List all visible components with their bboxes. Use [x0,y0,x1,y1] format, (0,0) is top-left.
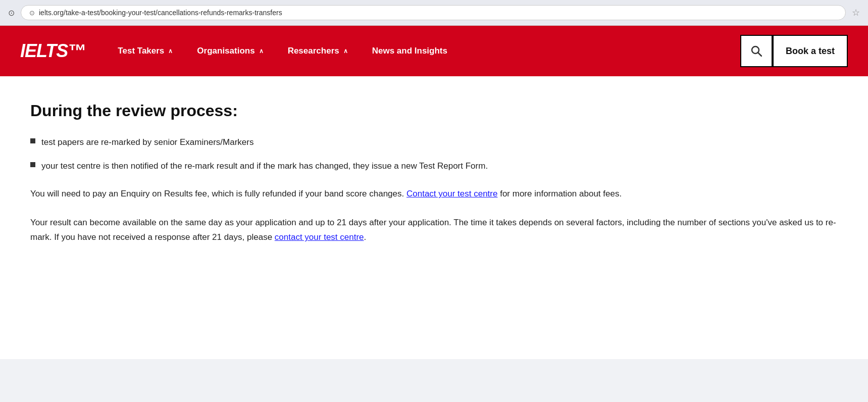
chevron-down-icon: ∧ [259,47,264,55]
bookmark-icon[interactable]: ☆ [852,7,860,18]
chevron-down-icon: ∧ [168,47,173,55]
search-icon [751,45,762,57]
navbar: IELTS™ Test Takers ∧ Organisations ∧ Res… [0,26,868,76]
contact-test-centre-link-2[interactable]: contact your test centre [275,232,364,242]
nav-item-news-insights[interactable]: News and Insights [360,26,459,76]
nav-item-organisations[interactable]: Organisations ∧ [185,26,275,76]
paragraph-fees-before-link: You will need to pay an Enquiry on Resul… [30,189,406,198]
bullet-text-2: your test centre is then notified of the… [41,159,488,173]
bullet-text-1: test papers are re-marked by senior Exam… [41,135,253,149]
paragraph-result-before-link: Your result can become available on the … [30,218,836,242]
url-text: ielts.org/take-a-test/booking-your-test/… [39,9,282,17]
contact-test-centre-link-1[interactable]: Contact your test centre [406,189,497,198]
nav-items: Test Takers ∧ Organisations ∧ Researcher… [106,26,740,76]
browser-chrome: ⊙ ⊙ ielts.org/take-a-test/booking-your-t… [0,0,868,26]
nav-item-test-takers[interactable]: Test Takers ∧ [106,26,185,76]
section-heading: During the review process: [30,102,838,120]
nav-label-researchers: Researchers [288,46,339,56]
nav-item-researchers[interactable]: Researchers ∧ [276,26,360,76]
paragraph-result-after-link: . [364,232,367,242]
bullet-icon [30,162,35,167]
book-test-button[interactable]: Book a test [773,35,848,67]
ielts-logo[interactable]: IELTS™ [20,40,85,62]
nav-right: Book a test [740,35,848,67]
svg-line-1 [758,53,761,56]
main-content: During the review process: test papers a… [0,76,868,359]
bullet-list: test papers are re-marked by senior Exam… [30,135,838,173]
address-bar[interactable]: ⊙ ielts.org/take-a-test/booking-your-tes… [21,5,846,20]
search-button[interactable] [740,35,773,67]
paragraph-fees: You will need to pay an Enquiry on Resul… [30,187,838,202]
list-item: your test centre is then notified of the… [30,159,838,173]
tab-icon: ⊙ [8,8,15,18]
nav-label-news-insights: News and Insights [372,46,447,56]
list-item: test papers are re-marked by senior Exam… [30,135,838,149]
nav-label-organisations: Organisations [197,46,254,56]
paragraph-fees-after-link: for more information about fees. [497,189,622,198]
protocol-icon: ⊙ [29,9,35,17]
chevron-down-icon: ∧ [343,47,348,55]
paragraph-result-timing: Your result can become available on the … [30,216,838,245]
bullet-icon [30,138,35,143]
nav-label-test-takers: Test Takers [118,46,164,56]
